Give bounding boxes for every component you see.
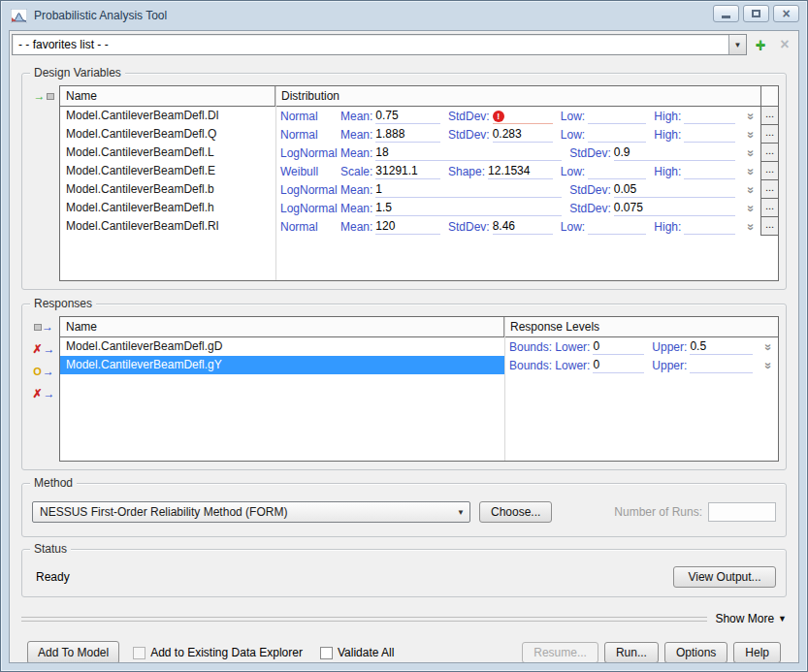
field-value[interactable]: [690, 358, 753, 373]
title-bar[interactable]: Probabilistic Analysis Tool ×: [1, 1, 807, 30]
distribution-type[interactable]: LogNormal: [280, 181, 340, 199]
field-value[interactable]: 120: [375, 219, 440, 235]
response-row[interactable]: Model.CantileverBeamDefl.gDBounds: Lower…: [60, 337, 778, 356]
chevron-expand-icon[interactable]: »: [760, 358, 776, 373]
chevron-expand-icon[interactable]: »: [743, 164, 759, 179]
field-value[interactable]: 0.075: [614, 201, 735, 216]
field-label: High:: [654, 126, 684, 144]
field-value[interactable]: [588, 164, 646, 179]
field-value[interactable]: 12.1534: [488, 164, 553, 179]
variable-name[interactable]: Model.CantileverBeamDefl.E: [60, 162, 275, 180]
distribution-type[interactable]: Normal: [280, 218, 340, 236]
field-value[interactable]: 0: [593, 339, 644, 355]
favorites-dropdown-button[interactable]: ▼: [728, 35, 746, 54]
status-text: Ready: [36, 570, 70, 584]
field-value[interactable]: 0.5: [690, 339, 753, 355]
distribution-type[interactable]: Normal: [280, 126, 340, 144]
add-favorite-button[interactable]: +: [750, 34, 771, 55]
remove-favorite-button[interactable]: ×: [774, 34, 795, 55]
field-value[interactable]: 0.05: [614, 182, 735, 198]
field-value[interactable]: 18: [375, 145, 562, 161]
field-value[interactable]: 0: [593, 358, 644, 373]
chevron-expand-icon[interactable]: »: [743, 127, 759, 143]
field-value[interactable]: 8.46: [493, 219, 553, 235]
response-row[interactable]: Model.CantileverBeamDefl.gYBounds: Lower…: [60, 356, 778, 374]
design-variable-row[interactable]: Model.CantileverBeamDefl.RlNormalMean:12…: [60, 217, 778, 236]
field-value[interactable]: [684, 219, 735, 235]
show-more-toggle[interactable]: Show More ▼: [715, 612, 787, 625]
edit-distribution-button[interactable]: ...: [761, 180, 778, 194]
minimize-button[interactable]: [713, 5, 739, 22]
view-output-button[interactable]: View Output...: [673, 566, 776, 588]
chevron-expand-icon[interactable]: »: [743, 109, 759, 124]
field-value[interactable]: [588, 109, 646, 124]
response-name[interactable]: Model.CantileverBeamDefl.gY: [60, 356, 504, 374]
field-value[interactable]: 31291.1: [375, 164, 440, 179]
chevron-expand-icon[interactable]: »: [743, 219, 759, 235]
field-label: Upper:: [652, 338, 690, 356]
field-label: High:: [654, 163, 684, 180]
edit-distribution-button[interactable]: ...: [761, 217, 778, 231]
number-of-runs-input[interactable]: [708, 502, 776, 522]
design-variable-row[interactable]: Model.CantileverBeamDefl.bLogNormalMean:…: [60, 180, 778, 199]
response-name[interactable]: Model.CantileverBeamDefl.gD: [60, 337, 504, 356]
column-header-name[interactable]: Name: [60, 86, 275, 106]
choose-method-button[interactable]: Choose...: [479, 501, 552, 523]
field-value[interactable]: 1.5: [375, 201, 562, 216]
field-value[interactable]: 1.888: [375, 127, 440, 143]
variable-name[interactable]: Model.CantileverBeamDefl.b: [60, 180, 275, 199]
field-value[interactable]: 1: [375, 182, 562, 198]
options-button[interactable]: Options: [664, 642, 727, 663]
variable-name[interactable]: Model.CantileverBeamDefl.Q: [60, 125, 275, 144]
column-header-distribution[interactable]: Distribution: [275, 86, 760, 106]
distribution-type[interactable]: LogNormal: [280, 144, 340, 162]
chevron-expand-icon[interactable]: »: [743, 182, 759, 198]
chevron-expand-icon[interactable]: »: [743, 145, 759, 161]
design-variable-row[interactable]: Model.CantileverBeamDefl.hLogNormalMean:…: [60, 199, 778, 217]
maximize-button[interactable]: [743, 5, 769, 22]
field-value[interactable]: [588, 219, 646, 235]
field-value[interactable]: [588, 127, 646, 143]
run-button[interactable]: Run...: [604, 642, 659, 663]
design-variable-row[interactable]: Model.CantileverBeamDefl.LLogNormalMean:…: [60, 144, 778, 162]
field-value[interactable]: [684, 164, 735, 179]
add-existing-checkbox[interactable]: [133, 647, 145, 659]
field-value[interactable]: 0.75: [375, 109, 440, 124]
column-header-name[interactable]: Name: [60, 317, 504, 336]
edit-distribution-button[interactable]: ...: [761, 162, 778, 176]
field-value[interactable]: 0.9: [614, 145, 735, 161]
distribution-type[interactable]: Normal: [280, 108, 340, 125]
edit-distribution-button[interactable]: ...: [761, 144, 778, 157]
validate-all-checkbox[interactable]: [320, 647, 333, 659]
favorites-dropdown[interactable]: - - favorites list - - ▼: [12, 34, 747, 55]
method-dropdown[interactable]: NESSUS First-Order Reliability Method (F…: [32, 501, 470, 523]
help-button[interactable]: Help: [733, 642, 781, 663]
edit-distribution-button[interactable]: ...: [761, 125, 778, 139]
bottom-bar: Add To Model Add to Existing Data Explor…: [21, 640, 787, 663]
variable-name[interactable]: Model.CantileverBeamDefl.Dl: [60, 107, 275, 125]
resume-button[interactable]: Resume...: [522, 642, 598, 663]
distribution-type[interactable]: LogNormal: [280, 200, 340, 217]
design-variables-header[interactable]: Name Distribution: [60, 86, 778, 107]
edit-distribution-button[interactable]: ...: [761, 107, 778, 120]
variable-name[interactable]: Model.CantileverBeamDefl.h: [60, 199, 275, 217]
field-value[interactable]: !: [493, 109, 553, 124]
close-button[interactable]: ×: [773, 5, 799, 22]
responses-header[interactable]: Name Response Levels: [60, 317, 778, 337]
parameter-field: Mean:18: [340, 144, 569, 162]
field-value[interactable]: 0.283: [493, 127, 553, 143]
variable-name[interactable]: Model.CantileverBeamDefl.Rl: [60, 217, 275, 236]
column-header-response-levels[interactable]: Response Levels: [504, 317, 778, 336]
chevron-expand-icon[interactable]: »: [760, 339, 776, 355]
distribution-type[interactable]: Weibull: [280, 163, 340, 180]
edit-distribution-button[interactable]: ...: [761, 199, 778, 212]
parameter-field: Bounds: Lower:0: [509, 338, 652, 356]
design-variable-row[interactable]: Model.CantileverBeamDefl.EWeibullScale:3…: [60, 162, 778, 180]
design-variable-row[interactable]: Model.CantileverBeamDefl.QNormalMean:1.8…: [60, 125, 778, 144]
field-value[interactable]: [684, 127, 735, 143]
add-to-model-button[interactable]: Add To Model: [27, 641, 119, 663]
variable-name[interactable]: Model.CantileverBeamDefl.L: [60, 144, 275, 162]
chevron-expand-icon[interactable]: »: [743, 201, 759, 216]
field-value[interactable]: [684, 109, 735, 124]
design-variable-row[interactable]: Model.CantileverBeamDefl.DlNormalMean:0.…: [60, 107, 778, 125]
